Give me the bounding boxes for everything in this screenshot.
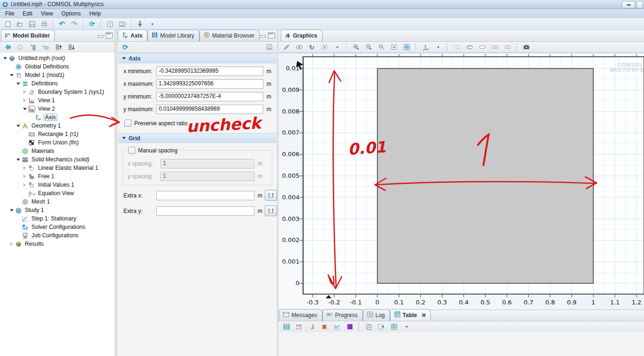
tab-axis[interactable]: yxAxis [118, 30, 147, 41]
maximize-button[interactable] [636, 1, 643, 8]
show-icon[interactable] [40, 42, 51, 52]
tree-item-study-1[interactable]: Study 1 [0, 206, 115, 214]
tree-item-model-1[interactable]: Model 1 (mod1) [0, 71, 115, 79]
zoom-in-icon[interactable] [350, 42, 361, 52]
tree-item-initial-values-1[interactable]: DInitial Values 1 [0, 181, 115, 189]
tree-twisty-icon[interactable] [2, 57, 8, 60]
zoom-box-icon[interactable] [376, 42, 387, 52]
tree-twisty-icon[interactable] [15, 125, 21, 127]
toggle5-icon[interactable] [502, 42, 513, 52]
menu-edit[interactable]: Edit [18, 9, 37, 18]
tree-item-results[interactable]: Results [0, 240, 115, 248]
zoom-fit-icon[interactable] [401, 42, 412, 52]
hide-icon[interactable] [281, 42, 292, 52]
redo-icon[interactable]: ↷ [69, 19, 80, 29]
undo-icon[interactable]: ↶ [56, 19, 68, 29]
help-icon[interactable]: ? [264, 42, 275, 52]
snapshot-icon[interactable] [521, 42, 532, 52]
preserve-aspect-ratio-checkbox[interactable] [124, 120, 131, 127]
tree-item-step-1-stationary[interactable]: Step 1: Stationary [0, 214, 115, 223]
refresh-icon[interactable]: ↻ [306, 42, 317, 52]
caret-icon[interactable]: ▾ [432, 42, 444, 52]
y-minimum-field[interactable]: -5.000000237487257E-4 [156, 92, 263, 101]
tree-item-equation-view[interactable]: ∂u∂t=fEquation View [0, 189, 115, 197]
tree-item-untitled-mph[interactable]: Untitled.mph (root) [0, 54, 115, 62]
toggle1-icon[interactable] [451, 42, 462, 52]
toggle3-icon[interactable] [476, 42, 488, 52]
brush-icon[interactable] [134, 19, 146, 29]
range-picker-button[interactable] [265, 190, 277, 201]
tree-item-global-definitions[interactable]: Global Definitions [0, 62, 115, 71]
copy-table-icon[interactable] [363, 322, 374, 332]
panel-minimize-icon[interactable] [97, 32, 103, 38]
tree-item-mesh-1[interactable]: Mesh 1 [0, 197, 115, 206]
tree-item-boundary-system-1[interactable]: tBoundary System 1 (sys1) [0, 88, 115, 96]
grid-section-header[interactable]: Grid [118, 133, 276, 143]
tree-item-view-1[interactable]: xyView 1 [0, 96, 115, 105]
tree-item-linear-elastic-material-1[interactable]: DLinear Elastic Material 1 [0, 164, 115, 172]
graphics-canvas[interactable]: 0.010.0090.0080.0070.0060.0050.0040.0030… [279, 53, 644, 310]
refresh-icon[interactable]: ⟳ [120, 42, 131, 52]
move-down-icon[interactable] [65, 42, 77, 52]
menu-options[interactable]: Options [57, 9, 85, 18]
tree-twisty-icon[interactable] [22, 183, 28, 187]
panel-maximize-icon[interactable] [268, 32, 275, 38]
tree-item-job-configurations[interactable]: Job Configurations [0, 231, 115, 240]
tree-item-geometry-1[interactable]: Geometry 1 [0, 121, 115, 130]
clear-table-icon[interactable] [306, 322, 317, 332]
tab-log[interactable]: Log [363, 309, 390, 321]
forward-icon[interactable] [15, 42, 26, 52]
tree-twisty-icon[interactable] [22, 98, 28, 102]
full-precision-icon[interactable] [281, 322, 292, 332]
tree-item-materials[interactable]: Materials [0, 147, 115, 155]
panel-minimize-icon[interactable] [260, 32, 266, 38]
caret-icon[interactable]: ▾ [401, 322, 412, 332]
tab-material-browser[interactable]: Material Browser [199, 30, 260, 41]
visibility-icon[interactable] [293, 42, 305, 52]
update-icon[interactable]: ⟳ [86, 19, 98, 29]
view-axes-icon[interactable] [420, 42, 431, 52]
menu-file[interactable]: File [1, 9, 18, 18]
delete-icon[interactable]: ✖ [319, 322, 330, 332]
select-icon[interactable] [319, 42, 330, 52]
open-icon[interactable] [14, 19, 25, 29]
table-settings-icon[interactable] [388, 322, 399, 332]
tree-twisty-icon[interactable] [15, 159, 21, 161]
graphics-tab[interactable]: Graphics [281, 30, 322, 41]
tree-item-solver-configurations[interactable]: Solver Configurations [0, 223, 115, 231]
move-up-icon[interactable] [53, 42, 64, 52]
tree-twisty-icon[interactable] [22, 90, 28, 94]
print-icon[interactable] [38, 19, 50, 29]
tree-twisty-icon[interactable] [22, 166, 28, 170]
sci-notation-icon[interactable]: 8.85e-12 [293, 322, 305, 332]
tree-twisty-icon[interactable] [8, 209, 15, 212]
axis-section-header[interactable]: Axis [118, 53, 276, 63]
panel-maximize-icon[interactable] [106, 32, 113, 38]
help-icon[interactable]: ? [104, 19, 115, 29]
tree-twisty-icon[interactable] [8, 74, 15, 76]
range-picker-button[interactable] [265, 205, 277, 216]
tree-item-form-union[interactable]: Form Union (fin) [0, 138, 115, 147]
tree-twisty-icon[interactable] [15, 83, 21, 85]
tab-progress[interactable]: Progress [322, 309, 363, 321]
extra-x-field[interactable] [156, 191, 254, 200]
tree-item-definitions[interactable]: Definitions [0, 79, 115, 88]
extra-y-field[interactable] [156, 206, 254, 216]
tree-item-solid-mechanics[interactable]: Solid Mechanics (solid) [0, 155, 115, 164]
caret-icon[interactable]: ▾ [146, 19, 158, 29]
x-minimum-field[interactable]: -0.34289950132369995 [156, 67, 263, 76]
model-builder-tab[interactable]: Model Builder [1, 30, 55, 41]
caret-icon[interactable]: ▾ [331, 42, 343, 52]
tree-item-axis[interactable]: yxAxis [0, 113, 115, 121]
collapse-all-icon[interactable] [27, 42, 38, 52]
menu-help[interactable]: Help [85, 9, 105, 18]
tree-twisty-icon[interactable] [22, 174, 28, 178]
documentation-icon[interactable]: ? [116, 19, 128, 29]
toggle4-icon[interactable] [489, 42, 500, 52]
zoom-out-icon[interactable] [363, 42, 374, 52]
close-tab-icon[interactable]: ✖ [422, 312, 426, 318]
toggle2-icon[interactable] [464, 42, 475, 52]
plot-table-icon[interactable] [331, 322, 343, 332]
manual-spacing-checkbox[interactable] [128, 147, 135, 154]
y-maximum-field[interactable]: 0.010499999858438969 [156, 105, 263, 114]
